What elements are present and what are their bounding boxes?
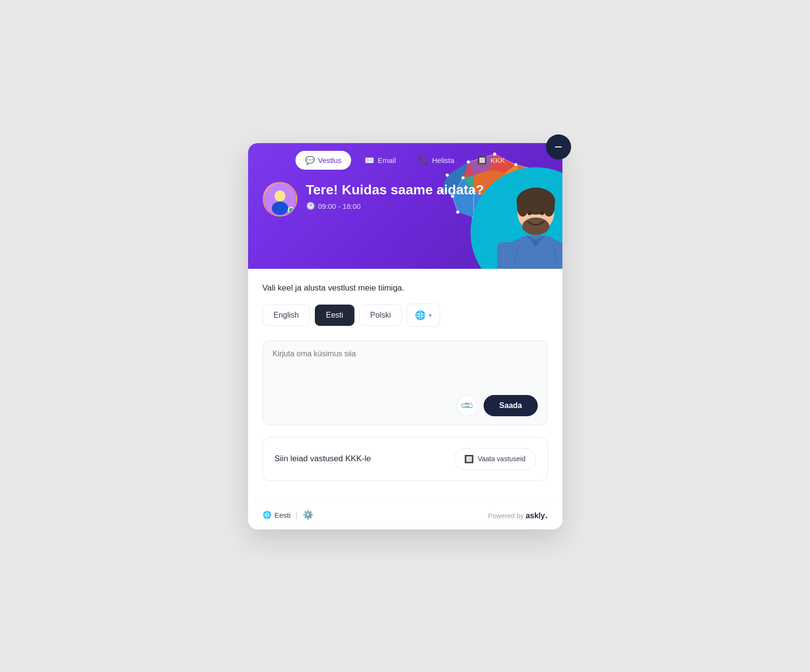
minimize-icon: − bbox=[554, 140, 562, 154]
nav-tabs: 💬 Vestlus ✉️ Email 📞 Helista 🔲 KKK bbox=[248, 143, 562, 170]
online-indicator bbox=[288, 207, 295, 214]
widget-footer: 🌐 Eesti | ⚙️ Powered by askly. bbox=[248, 502, 562, 529]
tab-helista-label: Helista bbox=[432, 156, 455, 164]
paperclip-icon: 📎 bbox=[460, 398, 475, 413]
svg-point-49 bbox=[543, 197, 555, 217]
more-languages-button[interactable]: 🌐 ▾ bbox=[407, 304, 440, 327]
footer-language[interactable]: 🌐 Eesti bbox=[263, 511, 291, 519]
footer-globe-icon: 🌐 bbox=[263, 511, 272, 519]
globe-icon: 🌐 bbox=[415, 310, 426, 321]
tab-kkk-label: KKK bbox=[490, 156, 505, 164]
minimize-button[interactable]: − bbox=[546, 134, 571, 160]
tab-email[interactable]: ✉️ Email bbox=[355, 151, 406, 170]
svg-point-51 bbox=[528, 211, 531, 215]
svg-point-48 bbox=[517, 197, 529, 217]
message-actions: 📎 Saada bbox=[273, 395, 538, 416]
svg-point-44 bbox=[272, 201, 288, 215]
tab-vestlus[interactable]: 💬 Vestlus bbox=[295, 151, 351, 170]
hours-text: 09:00 - 18:00 bbox=[318, 202, 361, 210]
tab-kkk[interactable]: 🔲 KKK bbox=[468, 151, 515, 170]
hero-hours: 🕐 09:00 - 18:00 bbox=[306, 202, 484, 210]
language-selector: English Eesti Polski 🌐 ▾ bbox=[263, 304, 548, 327]
powered-text: Powered by bbox=[488, 512, 524, 520]
faq-icon: 🔲 bbox=[464, 454, 474, 464]
section-title: Vali keel ja alusta vestlust meie tiimig… bbox=[263, 283, 548, 293]
footer-divider: | bbox=[295, 510, 298, 520]
chat-widget: − 💬 Vestlus ✉️ Email 📞 Helista 🔲 KKK bbox=[248, 143, 562, 529]
footer-powered-by: Powered by askly. bbox=[488, 510, 547, 521]
faq-button[interactable]: 🔲 Vaata vastuseid bbox=[454, 448, 536, 470]
faq-card: Siin leiad vastused KKK-le 🔲 Vaata vastu… bbox=[263, 437, 548, 481]
attach-button[interactable]: 📎 bbox=[452, 390, 482, 420]
lang-eesti-button[interactable]: Eesti bbox=[315, 305, 354, 326]
send-button[interactable]: Saada bbox=[484, 395, 537, 416]
message-area: 📎 Saada bbox=[263, 340, 548, 425]
tab-helista[interactable]: 📞 Helista bbox=[410, 151, 464, 170]
brand-name: askly. bbox=[526, 511, 548, 520]
svg-point-50 bbox=[522, 218, 549, 235]
widget-body: Vali keel ja alusta vestlust meie tiimig… bbox=[248, 269, 562, 502]
svg-rect-54 bbox=[497, 242, 562, 269]
lang-english-button[interactable]: English bbox=[263, 305, 310, 326]
hero-text-block: Tere! Kuidas saame aidata? 🕐 09:00 - 18:… bbox=[306, 182, 484, 211]
clock-icon: 🕐 bbox=[306, 202, 315, 210]
faq-button-label: Vaata vastuseid bbox=[478, 455, 526, 463]
brand-dot: . bbox=[545, 510, 548, 520]
message-input[interactable] bbox=[273, 350, 538, 388]
hero-section: 💬 Vestlus ✉️ Email 📞 Helista 🔲 KKK bbox=[248, 143, 562, 269]
email-icon: ✉️ bbox=[365, 156, 374, 165]
footer-left: 🌐 Eesti | ⚙️ bbox=[263, 510, 313, 520]
lang-polski-button[interactable]: Polski bbox=[359, 305, 402, 326]
settings-button[interactable]: ⚙️ bbox=[303, 510, 313, 520]
svg-point-31 bbox=[445, 174, 449, 177]
svg-point-43 bbox=[274, 190, 285, 202]
svg-point-52 bbox=[540, 211, 544, 215]
faq-title: Siin leiad vastused KKK-le bbox=[275, 454, 371, 464]
footer-lang-label: Eesti bbox=[275, 511, 291, 519]
tab-vestlus-label: Vestlus bbox=[318, 156, 341, 164]
faq-tab-icon: 🔲 bbox=[477, 156, 487, 165]
phone-icon: 📞 bbox=[419, 156, 429, 165]
chat-icon: 💬 bbox=[305, 156, 315, 165]
chevron-down-icon: ▾ bbox=[428, 311, 432, 319]
avatar bbox=[263, 182, 297, 217]
tab-email-label: Email bbox=[378, 156, 396, 164]
hero-title: Tere! Kuidas saame aidata? bbox=[306, 182, 484, 198]
